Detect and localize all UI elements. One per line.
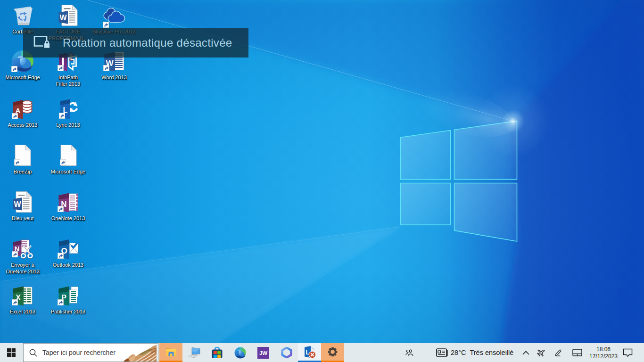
svg-text:JW: JW [259,350,267,356]
